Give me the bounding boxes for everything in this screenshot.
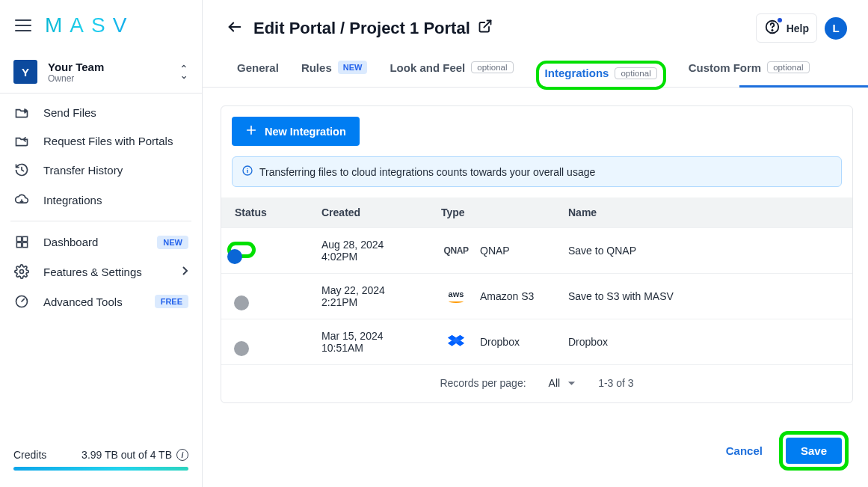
external-link-icon[interactable] xyxy=(478,19,493,38)
chevron-down-icon xyxy=(567,377,576,389)
cell-name: Save to QNAP xyxy=(558,228,852,274)
tab-label: Custom Form xyxy=(689,61,762,74)
column-header-name: Name xyxy=(558,197,852,228)
cancel-button[interactable]: Cancel xyxy=(726,444,763,457)
column-header-status: Status xyxy=(221,197,311,228)
sidebar-item-label: Request Files with Portals xyxy=(43,135,188,147)
main-content: Edit Portal / Project 1 Portal Help L Ge… xyxy=(203,0,868,487)
sidebar-item-dashboard[interactable]: Dashboard NEW xyxy=(0,227,202,257)
aws-logo-icon: aws xyxy=(441,290,471,303)
pagination-range: 1-3 of 3 xyxy=(598,377,633,389)
sidebar-item-send-files[interactable]: Send Files xyxy=(0,98,202,126)
tab-label: Rules xyxy=(301,61,332,74)
tab-label: Look and Feel xyxy=(390,61,465,74)
table-row[interactable]: May 22, 2024 2:21PM aws Amazon S3 Save t… xyxy=(221,274,852,319)
highlight-toggle xyxy=(227,242,256,258)
tab-look-and-feel[interactable]: Look and Feel optional xyxy=(390,61,513,87)
cell-created: May 22, 2024 2:21PM xyxy=(311,274,431,319)
sidebar-item-features-settings[interactable]: Features & Settings xyxy=(0,257,202,287)
footer-actions: Cancel Save xyxy=(203,417,868,487)
cell-type: QNAP xyxy=(480,245,510,257)
info-icon xyxy=(241,165,253,179)
tab-custom-form[interactable]: Custom Form optional xyxy=(689,61,810,87)
page-title: Edit Portal / Project 1 Portal xyxy=(253,19,493,38)
sidebar-item-label: Transfer History xyxy=(43,164,188,177)
credits-value: 3.99 TB out of 4 TB xyxy=(81,449,172,461)
svg-point-7 xyxy=(772,30,772,31)
table-row[interactable]: Aug 28, 2024 4:02PM QNAP QNAP Save to QN… xyxy=(221,228,852,274)
cell-name: Dropbox xyxy=(558,319,852,365)
sidebar-item-advanced-tools[interactable]: Advanced Tools FREE xyxy=(0,287,202,316)
svg-rect-3 xyxy=(22,242,27,247)
svg-rect-2 xyxy=(16,242,21,247)
save-button[interactable]: Save xyxy=(786,438,842,464)
svg-rect-0 xyxy=(16,236,21,241)
banner-text: Transferring files to cloud integrations… xyxy=(259,166,595,178)
tab-general[interactable]: General xyxy=(237,61,279,87)
sidebar-item-transfer-history[interactable]: Transfer History xyxy=(0,155,202,185)
cell-type: Dropbox xyxy=(480,336,520,348)
integrations-card: New Integration Transferring files to cl… xyxy=(221,105,853,403)
sidebar-item-integrations[interactable]: Integrations xyxy=(0,185,202,215)
table-row[interactable]: Mar 15, 2024 10:51AM Dropbox Dropbox xyxy=(221,319,852,365)
dropbox-logo-icon xyxy=(441,334,471,349)
sidebar-item-label: Features & Settings xyxy=(43,266,167,278)
usage-info-banner: Transferring files to cloud integrations… xyxy=(232,156,842,187)
credits-progress-bar xyxy=(13,467,188,471)
team-avatar: Y xyxy=(13,60,37,84)
column-header-type: Type xyxy=(431,197,558,228)
sidebar-item-label: Send Files xyxy=(43,106,188,119)
user-avatar[interactable]: L xyxy=(825,17,847,40)
new-badge: NEW xyxy=(157,236,188,249)
dashboard-icon xyxy=(13,235,30,249)
team-role: Owner xyxy=(48,73,179,84)
chevron-right-icon xyxy=(181,266,188,278)
sidebar-item-request-files[interactable]: Request Files with Portals xyxy=(0,126,202,155)
sidebar-item-label: Advanced Tools xyxy=(43,295,141,308)
credits-panel: Credits 3.99 TB out of 4 TB i xyxy=(0,438,202,487)
button-label: New Integration xyxy=(265,126,346,138)
unfold-icon: ⌃⌃ xyxy=(179,67,188,77)
optional-badge: optional xyxy=(767,61,809,73)
gauge-icon xyxy=(13,294,30,309)
highlight-integrations-tab: Integrations optional xyxy=(536,61,666,90)
history-icon xyxy=(13,162,30,177)
optional-badge: optional xyxy=(615,67,656,79)
cell-created: Mar 15, 2024 10:51AM xyxy=(311,319,431,365)
svg-point-4 xyxy=(20,270,24,274)
column-header-created: Created xyxy=(311,197,431,228)
send-files-icon xyxy=(13,105,30,119)
request-files-icon xyxy=(13,134,30,147)
team-switcher[interactable]: Y Your Team Owner ⌃⌃ xyxy=(0,49,202,94)
menu-icon[interactable] xyxy=(15,17,31,34)
table-pagination: Records per page: All 1-3 of 3 xyxy=(221,364,852,402)
integrations-table: Status Created Type Name Aug 28, 2024 4 xyxy=(221,197,852,364)
tab-label: Integrations xyxy=(545,67,609,79)
tab-rules[interactable]: Rules NEW xyxy=(301,61,368,87)
tab-integrations[interactable]: Integrations optional xyxy=(545,67,657,79)
new-integration-button[interactable]: New Integration xyxy=(232,117,360,146)
gear-icon xyxy=(13,264,30,279)
help-icon xyxy=(764,19,781,37)
optional-badge: optional xyxy=(471,61,513,73)
records-per-page-select[interactable]: All xyxy=(549,377,576,389)
cell-type: Amazon S3 xyxy=(480,290,534,302)
cell-created: Aug 28, 2024 4:02PM xyxy=(311,228,431,274)
plus-icon xyxy=(245,124,257,138)
sidebar-item-label: Dashboard xyxy=(43,236,144,248)
sidebar-item-label: Integrations xyxy=(43,194,188,206)
cell-name: Save to S3 with MASV xyxy=(558,274,852,319)
free-badge: FREE xyxy=(155,295,188,308)
info-icon[interactable]: i xyxy=(176,449,188,461)
tab-label: General xyxy=(237,61,279,74)
integrations-icon xyxy=(13,192,30,207)
credits-label: Credits xyxy=(13,449,46,461)
team-name: Your Team xyxy=(48,61,179,73)
help-button[interactable]: Help xyxy=(756,13,817,43)
new-badge: NEW xyxy=(338,61,368,74)
back-arrow-icon[interactable] xyxy=(227,19,243,38)
records-per-page-label: Records per page: xyxy=(440,377,526,389)
records-value: All xyxy=(549,377,561,389)
svg-rect-1 xyxy=(22,236,27,241)
qnap-logo-icon: QNAP xyxy=(441,245,471,256)
